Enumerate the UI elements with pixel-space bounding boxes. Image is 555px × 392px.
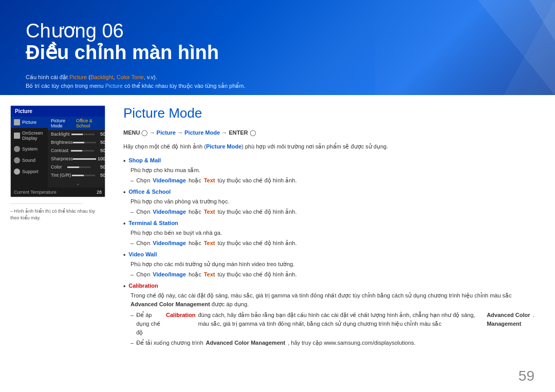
tv-row-contrast: Contrast 50 bbox=[48, 146, 105, 155]
tv-nav-osd-label: OnScreen Display bbox=[22, 130, 45, 141]
menu-path: MENU ◯ → Picture → Picture Mode → ENTER … bbox=[123, 128, 534, 137]
support-icon bbox=[14, 169, 20, 175]
terminal-station-sub: Chọn Video/Image hoặc Text tùy thuộc vào… bbox=[131, 239, 534, 248]
tv-left-nav: Picture OnScreen Display System Sound bbox=[11, 117, 48, 188]
temp-value: 28 bbox=[97, 190, 102, 195]
chapter-label: Chương 06 bbox=[26, 21, 246, 42]
color-fill bbox=[67, 166, 79, 168]
calib-sub-1: Để áp dụng chế độ Calibration đúng cách,… bbox=[131, 311, 534, 337]
tint-value: 50 bbox=[98, 173, 105, 178]
tv-row-tint: Tint (G/R) 50 bbox=[48, 171, 105, 179]
backlight-bar bbox=[71, 134, 95, 135]
header-subtitle: Cấu hình cài đặt Picture (Backlight, Col… bbox=[26, 73, 246, 91]
tv-menu-header: Picture bbox=[11, 106, 105, 117]
tv-menu-mockup: Picture Picture OnScreen Display System bbox=[10, 105, 105, 197]
color-bar bbox=[67, 166, 90, 168]
subtitle-line1: Cấu hình cài đặt Picture (Backlight, Col… bbox=[26, 73, 246, 82]
tv-current-temp: Current Temperature 28 bbox=[11, 188, 105, 197]
tv-nav-support-label: Support bbox=[22, 169, 39, 174]
bullet-office-school: Office & School Phù hợp cho văn phòng và… bbox=[123, 189, 534, 216]
intro-text: Hãy chọn một chế độ hình ảnh (Picture Mo… bbox=[123, 142, 534, 152]
bullet-shop-mall: Shop & Mall Phù hợp cho khu mua sắm. Chọ… bbox=[123, 157, 534, 184]
brightness-label: Brightness bbox=[51, 140, 73, 145]
tv-mode-label: Picture Mode bbox=[51, 118, 76, 128]
color-value: 50 bbox=[98, 164, 105, 170]
right-panel: Picture Mode MENU ◯ → Picture → Picture … bbox=[108, 95, 555, 392]
office-school-sub: Chọn Video/Image hoặc Text tùy thuộc vào… bbox=[131, 208, 534, 216]
calib-sub-2: Để tải xuống chương trình Advanced Color… bbox=[131, 339, 534, 347]
section-title: Picture Mode bbox=[123, 105, 534, 121]
sharpness-bar bbox=[73, 158, 96, 160]
calibration-title: Calibration bbox=[123, 283, 534, 290]
bullet-terminal-station: Terminal & Station Phù hợp cho bến xe bu… bbox=[123, 220, 534, 247]
tv-row-backlight: Backlight 50 bbox=[48, 130, 105, 138]
tv-nav-system[interactable]: System bbox=[11, 143, 48, 155]
tint-label: Tint (G/R) bbox=[51, 173, 71, 178]
video-wall-sub: Chọn Video/Image hoặc Text tùy thuộc vào… bbox=[131, 270, 534, 279]
brightness-fill bbox=[73, 142, 85, 143]
main-content: Picture Picture OnScreen Display System bbox=[0, 95, 555, 392]
backlight-label: Backlight bbox=[51, 132, 70, 137]
contrast-value: 50 bbox=[98, 148, 105, 153]
tv-right-content: Picture Mode Office & School Backlight 5… bbox=[48, 117, 105, 188]
system-icon bbox=[14, 146, 20, 152]
contrast-bar bbox=[71, 150, 94, 152]
terminal-station-desc: Phù hợp cho bến xe buýt và nhà ga. bbox=[131, 229, 534, 237]
tv-nav-system-label: System bbox=[22, 146, 38, 152]
tv-mode-value: Office & School bbox=[76, 118, 105, 128]
left-panel: Picture Picture OnScreen Display System bbox=[0, 95, 108, 392]
tv-nav-sound[interactable]: Sound bbox=[11, 155, 48, 166]
shop-mall-title: Shop & Mall bbox=[123, 157, 534, 164]
left-footnote: – Hình ảnh hiển thị có thể khác nhau tùy… bbox=[10, 208, 100, 221]
terminal-station-title: Terminal & Station bbox=[123, 220, 534, 227]
backlight-fill bbox=[71, 134, 83, 135]
separator bbox=[10, 203, 82, 204]
tv-nav-support[interactable]: Support bbox=[11, 166, 48, 177]
office-school-title: Office & School bbox=[123, 189, 534, 196]
page-header: Chương 06 Điều chỉnh màn hình Cấu hình c… bbox=[0, 0, 555, 95]
brightness-bar bbox=[73, 142, 96, 143]
calib-desc: Trong chế độ này, các cài đặt độ sáng, m… bbox=[131, 291, 534, 309]
office-school-desc: Phù hợp cho văn phòng và trường học. bbox=[131, 197, 534, 206]
temp-label: Current Temperature bbox=[14, 190, 57, 195]
tint-fill bbox=[72, 175, 84, 176]
sound-icon bbox=[14, 157, 20, 163]
video-wall-title: Video Wall bbox=[123, 251, 534, 258]
sharpness-label: Sharpness bbox=[51, 156, 73, 161]
shop-mall-sub: Chọn Video/Image hoặc Text tùy thuộc vào… bbox=[131, 176, 534, 185]
page-number: 59 bbox=[519, 368, 534, 384]
tv-nav-osd[interactable]: OnScreen Display bbox=[11, 128, 48, 143]
chapter-title: Điều chỉnh màn hình bbox=[26, 42, 246, 64]
shop-mall-desc: Phù hợp cho khu mua sắm. bbox=[131, 166, 534, 175]
tv-nav-sound-label: Sound bbox=[22, 158, 35, 163]
tv-chevron-down: ⌄ bbox=[48, 179, 105, 188]
brightness-value: 50 bbox=[98, 140, 105, 145]
contrast-label: Contrast bbox=[51, 148, 68, 153]
tv-row-color: Color 50 bbox=[48, 163, 105, 171]
bullet-calibration: Calibration Trong chế độ này, các cài đặ… bbox=[123, 283, 534, 347]
picture-icon bbox=[14, 119, 20, 125]
tv-nav-picture-label: Picture bbox=[22, 120, 36, 125]
osd-icon bbox=[14, 133, 20, 139]
subtitle-line2: Bố trí các tùy chọn trong menu Picture c… bbox=[26, 82, 246, 91]
backlight-value: 50 bbox=[98, 132, 105, 137]
color-label: Color bbox=[51, 164, 62, 170]
contrast-fill bbox=[71, 150, 83, 152]
tv-right-header: Picture Mode Office & School bbox=[48, 117, 105, 130]
tint-bar bbox=[72, 175, 95, 176]
tv-nav-picture[interactable]: Picture bbox=[11, 117, 48, 128]
sharpness-fill bbox=[73, 158, 96, 160]
bullet-video-wall: Video Wall Phù hợp cho các môi trường sử… bbox=[123, 251, 534, 278]
header-decoration bbox=[401, 0, 555, 95]
sharpness-value: 100 bbox=[98, 156, 105, 161]
tv-row-brightness: Brightness 50 bbox=[48, 138, 105, 146]
tv-row-sharpness: Sharpness 100 bbox=[48, 155, 105, 163]
video-wall-desc: Phù hợp cho các môi trường sử dụng màn h… bbox=[131, 260, 534, 269]
